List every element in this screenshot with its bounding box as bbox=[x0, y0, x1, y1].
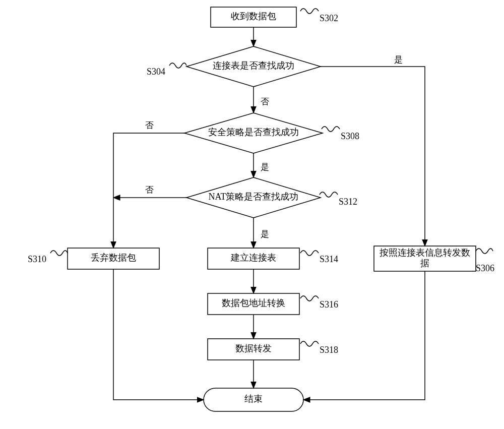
step-s308: S308 bbox=[341, 131, 359, 141]
node-fwdconn-l1: 按照连接表信息转发数 bbox=[380, 248, 470, 258]
node-build-label: 建立连接表 bbox=[230, 253, 276, 263]
edge-nat-no-label: 否 bbox=[145, 185, 154, 195]
step-s312: S312 bbox=[339, 197, 357, 207]
node-receive-label: 收到数据包 bbox=[231, 11, 276, 21]
edge-conn-yes-label: 是 bbox=[394, 55, 403, 65]
edge-conn-no-label: 否 bbox=[261, 97, 269, 106]
node-build-conn: 建立连接表 S314 bbox=[208, 248, 338, 269]
node-forward-data: 数据转发 S318 bbox=[208, 339, 338, 360]
node-conn-table-lookup: 连接表是否查找成功 S304 bbox=[147, 46, 321, 87]
node-end: 结束 bbox=[204, 388, 303, 411]
node-receive-packet: 收到数据包 S302 bbox=[211, 7, 338, 27]
node-drop-packet: 丢弃数据包 S310 bbox=[28, 248, 159, 269]
edge-sec-yes-label: 是 bbox=[261, 162, 269, 172]
node-conn-label: 连接表是否查找成功 bbox=[213, 60, 294, 71]
flowchart: 收到数据包 S302 连接表是否查找成功 S304 安全策略是否查找成功 S30… bbox=[0, 0, 504, 429]
step-s302: S302 bbox=[320, 13, 338, 23]
step-s316: S316 bbox=[320, 299, 338, 310]
node-address-translate: 数据包地址转换 S316 bbox=[208, 293, 338, 315]
node-forward-by-conn: 按照连接表信息转发数 据 S306 bbox=[374, 246, 494, 273]
step-s306: S306 bbox=[476, 263, 494, 273]
edge-fwdconn-to-end bbox=[303, 271, 425, 400]
step-s318: S318 bbox=[320, 345, 338, 355]
node-fwd-label: 数据转发 bbox=[235, 343, 272, 353]
node-fwdconn-l2: 据 bbox=[420, 258, 429, 268]
node-drop-label: 丢弃数据包 bbox=[91, 253, 136, 263]
node-nat-policy: NAT策略是否查找成功 S312 bbox=[186, 177, 357, 218]
step-s314: S314 bbox=[320, 254, 338, 264]
step-s310: S310 bbox=[28, 254, 46, 264]
step-s304: S304 bbox=[147, 67, 165, 77]
edge-conn-yes bbox=[321, 67, 425, 246]
edge-drop-to-end bbox=[113, 269, 204, 400]
edge-nat-yes-label: 是 bbox=[261, 229, 269, 239]
node-end-label: 结束 bbox=[244, 394, 263, 404]
node-security-policy: 安全策略是否查找成功 S308 bbox=[184, 113, 359, 153]
node-sec-label: 安全策略是否查找成功 bbox=[208, 127, 299, 137]
node-addr-label: 数据包地址转换 bbox=[222, 298, 285, 308]
edge-sec-no-label: 否 bbox=[145, 120, 154, 130]
node-nat-label: NAT策略是否查找成功 bbox=[209, 192, 299, 202]
